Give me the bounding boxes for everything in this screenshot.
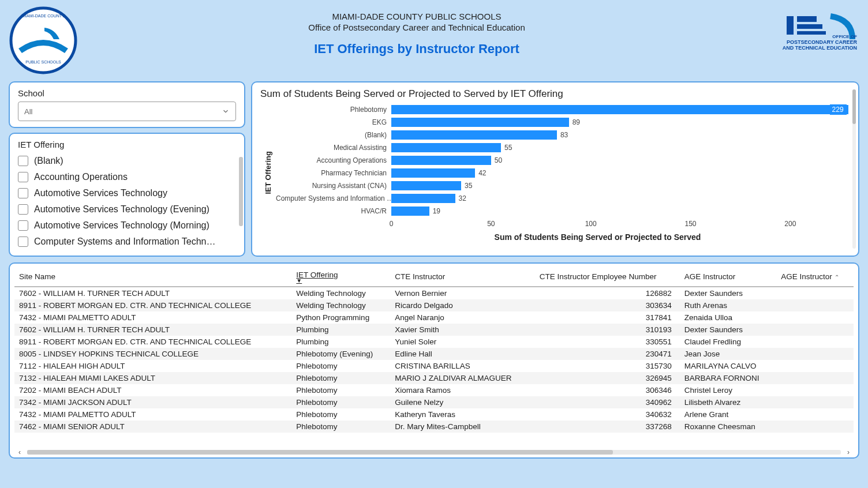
chart-bar-row[interactable]: Nursing Assistant (CNA)35: [276, 179, 850, 192]
chart-x-tick: 200: [784, 220, 796, 228]
table-cell: [776, 348, 854, 360]
chart-bar: [391, 118, 569, 127]
checkbox-icon: [18, 156, 28, 166]
iet-filter-option[interactable]: (Blank): [18, 153, 233, 169]
table-row[interactable]: 8005 - LINDSEY HOPKINS TECHNICAL COLLEGE…: [14, 348, 854, 360]
table-cell: 310193: [535, 324, 680, 336]
chart-category-label: Pharmacy Technician: [276, 169, 391, 177]
table-row[interactable]: 7462 - MIAMI SENIOR ADULTPhlebotomyDr. M…: [14, 421, 854, 433]
table-cell: Plumbing: [291, 324, 390, 336]
table-cell: Xavier Smith: [390, 324, 535, 336]
chart-panel: Sum of Students Being Served or Projecte…: [251, 81, 859, 257]
table-cell: 340962: [535, 396, 680, 408]
school-dropdown-value: All: [24, 107, 32, 116]
checkbox-icon: [18, 188, 28, 198]
table-cell: [776, 311, 854, 324]
svg-text:AND TECHNICAL EDUCATION: AND TECHNICAL EDUCATION: [783, 45, 857, 51]
scroll-left-button[interactable]: ‹: [16, 448, 24, 456]
table-header-cell[interactable]: Site Name: [14, 267, 291, 287]
table-header-cell[interactable]: CTE Instructor: [390, 267, 535, 287]
table-cell: [776, 336, 854, 348]
table-cell: 230471: [535, 348, 680, 360]
iet-filter-option[interactable]: Accounting Operations: [18, 169, 233, 185]
table-row[interactable]: 7602 - WILLIAM H. TURNER TECH ADULTWeldi…: [14, 287, 854, 299]
table-cell: Angel Naranjo: [390, 311, 535, 324]
iet-filter-option-label: Automotive Services Technology (Morning): [34, 220, 209, 231]
table-cell: 7602 - WILLIAM H. TURNER TECH ADULT: [14, 287, 291, 299]
table-cell: 7132 - HIALEAH MIAMI LAKES ADULT: [14, 372, 291, 384]
table-cell: 7602 - WILLIAM H. TURNER TECH ADULT: [14, 324, 291, 336]
iet-filter-option[interactable]: Automotive Services Technology: [18, 185, 233, 201]
table-row[interactable]: 7132 - HIALEAH MIAMI LAKES ADULTPhleboto…: [14, 372, 854, 384]
iet-filter-option-label: (Blank): [34, 156, 63, 166]
svg-text:OFFICE OF: OFFICE OF: [832, 34, 857, 39]
table-row[interactable]: 7112 - HIALEAH HIGH ADULTPhlebotomyCRIST…: [14, 360, 854, 372]
checkbox-icon: [18, 172, 28, 182]
table-header-cell[interactable]: IET Offering▼: [291, 267, 390, 287]
table-cell: Christel Leroy: [680, 384, 776, 396]
chart-scrollbar[interactable]: [852, 89, 856, 249]
school-slicer-label: School: [18, 88, 236, 98]
chart-bar: [391, 156, 491, 165]
table-cell: Roxanne Cheesman: [680, 421, 776, 433]
table-row[interactable]: 7602 - WILLIAM H. TURNER TECH ADULTPlumb…: [14, 324, 854, 336]
table-cell: Phlebotomy: [291, 384, 390, 396]
table-header-cell[interactable]: CTE Instructor Employee Number: [535, 267, 680, 287]
chart-bar-row[interactable]: EKG89: [276, 116, 850, 129]
table-cell: 7202 - MIAMI BEACH ADULT: [14, 384, 291, 396]
scroll-right-button[interactable]: ›: [844, 448, 852, 456]
iet-filter-option[interactable]: Computer Systems and Information Techn…: [18, 234, 233, 250]
iet-filter-option-label: Accounting Operations: [34, 172, 128, 182]
table-cell: 317841: [535, 311, 680, 324]
table-row[interactable]: 7432 - MIAMI PALMETTO ADULTPhlebotomyKat…: [14, 408, 854, 421]
table-row[interactable]: 7342 - MIAMI JACKSON ADULTPhlebotomyGuil…: [14, 396, 854, 408]
chart-category-label: Nursing Assistant (CNA): [276, 182, 391, 190]
table-cell: Ruth Arenas: [680, 299, 776, 311]
table-cell: 303634: [535, 299, 680, 311]
school-dropdown[interactable]: All: [18, 102, 236, 121]
table-cell: CRISTINA BARILLAS: [390, 360, 535, 372]
table-cell: Phlebotomy: [291, 372, 390, 384]
chart-category-label: Accounting Operations: [276, 156, 391, 164]
chart-x-tick: 150: [684, 220, 696, 228]
chart-category-label: HVAC/R: [276, 207, 391, 215]
chart-bar-row[interactable]: Accounting Operations50: [276, 154, 850, 167]
table-cell: Claudel Fredling: [680, 336, 776, 348]
table-cell: [776, 324, 854, 336]
chart-bar-value: 42: [478, 168, 486, 178]
chart-bar-row[interactable]: Medical Assisting55: [276, 141, 850, 154]
table-header-cell[interactable]: AGE Instructor⌃: [776, 267, 854, 287]
svg-rect-6: [787, 16, 794, 35]
iet-filter-option[interactable]: Automotive Services Technology (Morning): [18, 217, 233, 234]
cte-logo: OFFICE OF POSTSECONDARY CAREER AND TECHN…: [755, 6, 859, 54]
table-cell: Dexter Saunders: [680, 287, 776, 299]
horizontal-scrollbar[interactable]: [27, 450, 841, 455]
svg-text:PUBLIC SCHOOLS: PUBLIC SCHOOLS: [25, 60, 61, 64]
table-cell: Ricardo Delgado: [390, 299, 535, 311]
chart-bar-row[interactable]: Pharmacy Technician42: [276, 167, 850, 179]
chart-bar: [391, 181, 461, 190]
table-cell: [776, 299, 854, 311]
chart-bar-row[interactable]: (Blank)83: [276, 129, 850, 141]
chart-bar-row[interactable]: Phlebotomy229: [276, 103, 850, 116]
table-row[interactable]: 8911 - ROBERT MORGAN ED. CTR. AND TECHNI…: [14, 299, 854, 311]
chart-bar-row[interactable]: HVAC/R19: [276, 205, 850, 217]
iet-filter-option[interactable]: Automotive Services Technology (Evening): [18, 201, 233, 217]
iet-slicer-label: IET Offering: [18, 140, 236, 149]
slicer-scrollbar[interactable]: [239, 157, 243, 226]
table-cell: [776, 384, 854, 396]
table-row[interactable]: 7432 - MIAMI PALMETTO ADULTPython Progra…: [14, 311, 854, 324]
table-cell: 330551: [535, 336, 680, 348]
table-row[interactable]: 8911 - ROBERT MORGAN ED. CTR. AND TECHNI…: [14, 336, 854, 348]
chart-x-tick: 100: [585, 220, 597, 228]
svg-rect-5: [797, 31, 826, 35]
table-row[interactable]: 7202 - MIAMI BEACH ADULTPhlebotomyXiomar…: [14, 384, 854, 396]
report-title: IET Offerings by Instructor Report: [89, 42, 744, 57]
chevron-down-icon: [222, 107, 230, 115]
table-cell: 7432 - MIAMI PALMETTO ADULT: [14, 311, 291, 324]
chart-bar: [391, 194, 455, 203]
table-header-cell[interactable]: AGE Instructor: [680, 267, 776, 287]
chart-bar-row[interactable]: Computer Systems and Information …32: [276, 192, 850, 205]
chart-bar: [391, 130, 557, 140]
table-cell: Vernon Bernier: [390, 287, 535, 299]
